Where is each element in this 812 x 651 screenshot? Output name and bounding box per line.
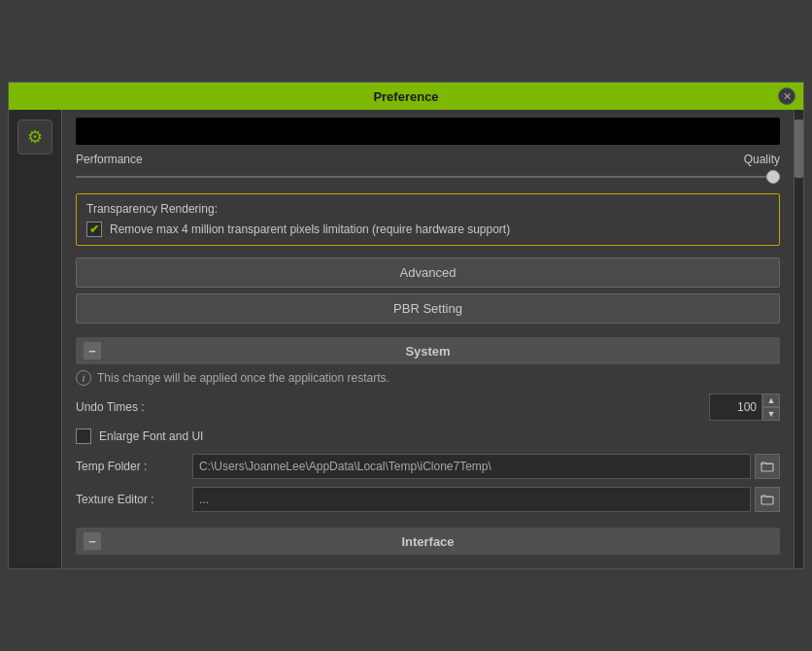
info-icon: i <box>76 370 91 386</box>
enlarge-font-row: ✔ Enlarge Font and UI <box>76 428 780 444</box>
interface-section-header: − Interface <box>76 528 780 555</box>
transparency-box: Transparency Rendering: ✔ Remove max 4 m… <box>76 193 780 246</box>
quality-row: Performance Quality <box>76 153 780 166</box>
spinbox-down-button[interactable]: ▼ <box>762 407 780 421</box>
system-info-text: This change will be applied once the app… <box>97 371 389 385</box>
spinbox-up-button[interactable]: ▲ <box>762 394 780 407</box>
slider-thumb[interactable] <box>766 170 780 184</box>
quality-slider-container <box>76 170 780 184</box>
close-button[interactable]: ✕ <box>778 87 795 105</box>
scrollbar-thumb[interactable] <box>795 120 803 178</box>
texture-editor-input-row <box>192 487 780 512</box>
slider-track[interactable] <box>76 176 780 178</box>
preference-window: Preference ✕ ⚙ Performance Quality <box>8 82 804 569</box>
interface-section-title: Interface <box>111 534 745 549</box>
texture-editor-input[interactable] <box>192 487 751 512</box>
enlarge-font-checkbox[interactable]: ✔ <box>76 428 91 444</box>
svg-rect-0 <box>761 463 773 471</box>
texture-editor-browse-button[interactable] <box>755 487 780 512</box>
enlarge-font-label: Enlarge Font and UI <box>99 429 203 443</box>
temp-folder-input-row <box>192 454 780 479</box>
system-section-title: System <box>111 344 745 359</box>
undo-times-row: Undo Times : ▲ ▼ <box>76 394 780 421</box>
undo-times-label: Undo Times : <box>76 400 192 414</box>
settings-icon[interactable]: ⚙ <box>17 120 52 154</box>
system-info-row: i This change will be applied once the a… <box>76 370 780 386</box>
preview-bar <box>76 118 780 145</box>
sidebar: ⚙ <box>9 110 62 568</box>
content-area: ⚙ Performance Quality Transparency Rende… <box>9 110 803 568</box>
scrollbar[interactable] <box>794 110 803 568</box>
transparency-checkbox[interactable]: ✔ <box>86 222 102 237</box>
temp-folder-input[interactable] <box>192 454 751 479</box>
spinbox-buttons: ▲ ▼ <box>762 394 780 421</box>
advanced-button-row: Advanced <box>76 257 780 288</box>
svg-rect-1 <box>761 497 773 504</box>
undo-times-input[interactable] <box>709 394 762 421</box>
texture-editor-label: Texture Editor : <box>76 493 192 506</box>
quality-label: Quality <box>744 153 780 166</box>
texture-browse-icon <box>761 493 774 506</box>
pbr-setting-button[interactable]: PBR Setting <box>76 293 780 324</box>
transparency-checkbox-label: Remove max 4 million transparent pixels … <box>110 223 510 236</box>
advanced-button[interactable]: Advanced <box>76 257 780 288</box>
temp-folder-label: Temp Folder : <box>76 460 192 473</box>
window-title: Preference <box>373 89 438 104</box>
temp-folder-row: Temp Folder : <box>76 454 780 479</box>
system-collapse-button[interactable]: − <box>84 342 101 360</box>
folder-browse-icon <box>761 460 774 473</box>
pbr-button-row: PBR Setting <box>76 293 780 324</box>
texture-editor-row: Texture Editor : <box>76 487 780 512</box>
undo-times-spinbox: ▲ ▼ <box>709 394 780 421</box>
main-panel: Performance Quality Transparency Renderi… <box>62 110 794 568</box>
transparency-title: Transparency Rendering: <box>86 202 769 216</box>
title-bar: Preference ✕ <box>9 83 803 110</box>
interface-collapse-button[interactable]: − <box>84 532 101 550</box>
performance-label: Performance <box>76 153 143 166</box>
system-section-header: − System <box>76 337 780 364</box>
transparency-checkbox-row: ✔ Remove max 4 million transparent pixel… <box>86 222 769 237</box>
temp-folder-browse-button[interactable] <box>755 454 780 479</box>
